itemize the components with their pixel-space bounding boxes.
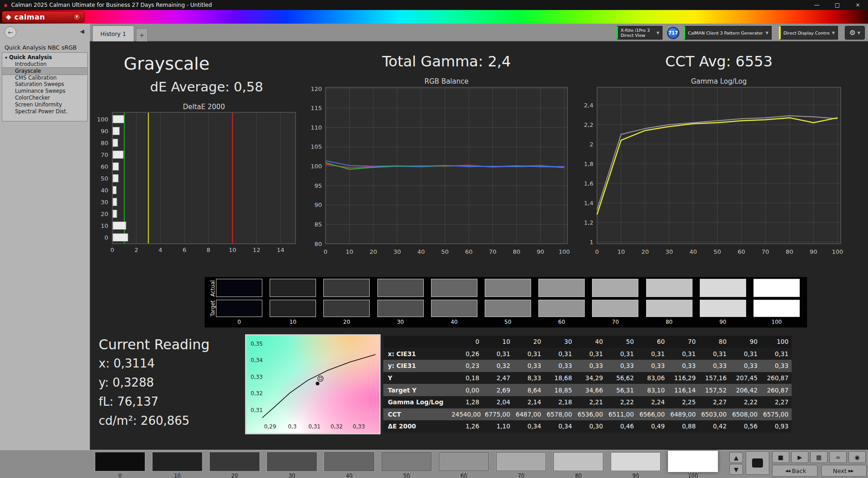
pattern-patch-30[interactable]: [267, 452, 317, 471]
table-column-header: 50: [606, 338, 637, 345]
window-title: Calman 2025 Calman Ultimate for Business…: [11, 2, 212, 8]
svg-text:10: 10: [346, 248, 353, 255]
calman-logo-menu[interactable]: ◆ calman ▼: [2, 11, 85, 23]
actual-swatch-40: [431, 279, 477, 297]
display-control-selector[interactable]: Direct Display Control ▼: [779, 26, 838, 40]
svg-text:1,4: 1,4: [584, 200, 593, 206]
table-cell: 2,25: [668, 398, 699, 406]
total-gamma-value: Total Gamma: 2,4: [326, 53, 567, 70]
close-button[interactable]: ×: [848, 0, 868, 10]
settings-button[interactable]: ⚙ ▼: [845, 26, 865, 40]
svg-text:50: 50: [441, 248, 449, 255]
actual-swatch-80: [646, 279, 692, 297]
table-cell: 56,31: [606, 387, 637, 394]
patch-level-label: 10: [152, 473, 202, 478]
maximize-button[interactable]: □: [827, 0, 848, 10]
patch-scroll-down-button[interactable]: ▼: [729, 464, 743, 475]
table-cell: 24540,00: [452, 411, 482, 418]
back-button[interactable]: ◀◀ Back: [772, 465, 818, 477]
save-button[interactable]: ▦: [810, 451, 828, 463]
meter-badge[interactable]: 717: [667, 27, 679, 39]
patch-level-label: 90: [611, 473, 661, 478]
table-cell: 6578,00: [544, 411, 575, 418]
pattern-bar: ▲ ▼ ■ ▶ ▦ ∞ ◉ ◀◀ Back Next ▶▶ 0102030405…: [0, 450, 868, 478]
table-cell: 0,31: [482, 350, 513, 357]
table-cell: 6536,00: [575, 411, 606, 418]
pattern-patch-50[interactable]: [381, 452, 431, 471]
svg-text:0: 0: [595, 248, 599, 255]
table-cell: 0,00: [452, 387, 482, 394]
table-cell: 6508,00: [730, 411, 761, 418]
sidebar-item-cms-calibration[interactable]: CMS Calibration: [2, 75, 87, 81]
svg-text:100: 100: [311, 163, 322, 170]
tab-history-1[interactable]: History 1: [92, 25, 134, 41]
pattern-patch-60[interactable]: [439, 452, 489, 471]
collapse-sidebar-icon[interactable]: ◀: [80, 28, 84, 35]
pattern-patch-10[interactable]: [152, 452, 202, 471]
patch-level-label: 40: [324, 473, 374, 478]
calman-logo-text: calman: [15, 13, 45, 21]
next-button[interactable]: Next ▶▶: [821, 465, 867, 477]
target-swatch-100: [753, 300, 800, 317]
pattern-patch-70[interactable]: [496, 452, 546, 471]
svg-text:120: 120: [311, 86, 322, 92]
table-cell: 18,68: [544, 374, 575, 382]
swatch-level-label: 70: [592, 319, 638, 325]
svg-text:80: 80: [314, 241, 322, 247]
sidebar-item-introduction[interactable]: Introduction: [2, 61, 87, 68]
table-cell: 0,46: [606, 423, 637, 430]
table-cell: 1,10: [482, 423, 513, 430]
add-tab-button[interactable]: +: [136, 28, 148, 41]
table-cell: 83,06: [637, 374, 668, 382]
pattern-window-toggle-button[interactable]: [746, 451, 769, 475]
sidebar-item-spectral-power-dist[interactable]: Spectral Power Dist.: [2, 108, 87, 115]
svg-text:0,35: 0,35: [251, 341, 263, 347]
svg-text:20: 20: [642, 248, 649, 255]
pattern-patch-90[interactable]: [611, 452, 661, 471]
sidebar-item-colorchecker[interactable]: ColorChecker: [2, 95, 87, 101]
target-swatch-30: [377, 300, 424, 317]
sidebar-item-saturation-sweeps[interactable]: Saturation Sweeps: [2, 81, 87, 88]
patch-scroll-up-button[interactable]: ▲: [729, 452, 743, 463]
table-cell: 2,14: [513, 398, 544, 406]
pattern-patch-80[interactable]: [553, 452, 603, 471]
stop-button[interactable]: ■: [772, 451, 789, 463]
table-cell: 0,31: [606, 350, 637, 357]
target-swatch-10: [270, 300, 316, 317]
meter-name: X-Rite i1Pro 3: [621, 28, 654, 33]
pattern-patch-100[interactable]: [668, 451, 718, 472]
preview-button[interactable]: ◉: [848, 451, 866, 463]
table-cell: 0,33: [575, 362, 606, 369]
table-cell: 0,33: [699, 362, 730, 369]
svg-text:4: 4: [159, 247, 162, 253]
pattern-generator-name: CalMAN Client 3 Pattern Generator: [688, 30, 763, 35]
sidebar-item-grayscale[interactable]: Grayscale: [2, 68, 87, 75]
table-cell: 0,49: [637, 423, 668, 430]
meter-selector[interactable]: X-Rite i1Pro 3 Direct View ▼: [616, 26, 662, 40]
svg-text:30: 30: [393, 248, 401, 255]
table-cell: 0,42: [699, 423, 730, 430]
swatch-level-label: 90: [700, 319, 746, 325]
table-cell: 8,33: [513, 374, 544, 382]
svg-text:20: 20: [370, 248, 377, 255]
sidebar-item-luminance-sweeps[interactable]: Luminance Sweeps: [2, 88, 87, 95]
svg-text:0,32: 0,32: [251, 390, 263, 397]
navigate-back-button[interactable]: ←: [5, 26, 16, 38]
pattern-patch-20[interactable]: [210, 452, 260, 471]
table-cell: 2,27: [699, 398, 730, 406]
sidebar-item-screen-uniformity[interactable]: Screen Uniformity: [2, 101, 87, 108]
table-cell: 0,56: [730, 423, 761, 430]
save-icon: ▦: [816, 454, 822, 461]
cie-chromaticity-chart: 0,350,340,330,320,310,290,30,310,320,33: [245, 334, 381, 434]
play-button[interactable]: ▶: [791, 451, 808, 463]
tree-items: IntroductionGrayscaleCMS CalibrationSatu…: [2, 61, 87, 115]
tree-root-quick-analysis[interactable]: ▾Quick Analysis: [2, 53, 87, 61]
table-cell: 0,33: [513, 362, 544, 369]
pattern-generator-selector[interactable]: CalMAN Client 3 Pattern Generator ▼: [683, 26, 772, 40]
svg-text:1: 1: [590, 239, 593, 246]
pattern-patch-40[interactable]: [324, 452, 374, 471]
continuous-measure-button[interactable]: ∞: [829, 451, 847, 463]
pattern-patch-0[interactable]: [95, 452, 145, 471]
minimize-button[interactable]: —: [807, 0, 827, 10]
actual-swatch-90: [700, 279, 746, 297]
